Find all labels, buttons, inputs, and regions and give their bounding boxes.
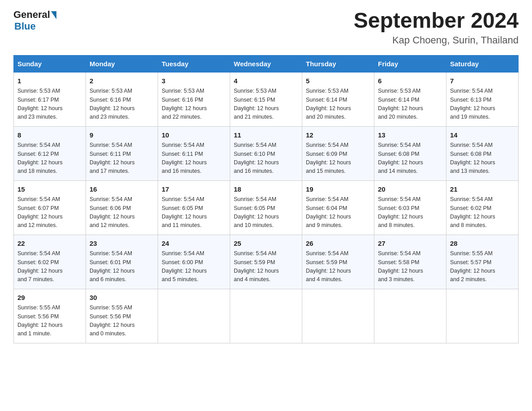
day-number: 4 [234, 76, 298, 86]
calendar-table: SundayMondayTuesdayWednesdayThursdayFrid… [13, 55, 519, 343]
day-number: 3 [162, 76, 226, 86]
day-info: Sunrise: 5:54 AMSunset: 6:03 PMDaylight:… [378, 195, 442, 230]
calendar-cell: 9Sunrise: 5:54 AMSunset: 6:11 PMDaylight… [86, 126, 158, 180]
day-info: Sunrise: 5:54 AMSunset: 6:12 PMDaylight:… [17, 141, 82, 176]
day-number: 14 [450, 130, 515, 141]
calendar-cell [374, 289, 446, 343]
calendar-cell: 28Sunrise: 5:55 AMSunset: 5:57 PMDayligh… [446, 235, 519, 289]
day-info: Sunrise: 5:55 AMSunset: 5:57 PMDaylight:… [450, 249, 515, 284]
day-info: Sunrise: 5:53 AMSunset: 6:16 PMDaylight:… [162, 87, 226, 122]
day-info: Sunrise: 5:53 AMSunset: 6:16 PMDaylight:… [90, 87, 154, 122]
calendar-cell: 21Sunrise: 5:54 AMSunset: 6:02 PMDayligh… [446, 180, 519, 235]
day-info: Sunrise: 5:54 AMSunset: 6:05 PMDaylight:… [162, 195, 226, 230]
day-number: 28 [450, 239, 515, 249]
day-info: Sunrise: 5:54 AMSunset: 5:59 PMDaylight:… [306, 249, 370, 284]
calendar-cell: 24Sunrise: 5:54 AMSunset: 6:00 PMDayligh… [158, 235, 230, 289]
calendar-cell: 17Sunrise: 5:54 AMSunset: 6:05 PMDayligh… [158, 180, 230, 235]
calendar-week-4: 22Sunrise: 5:54 AMSunset: 6:02 PMDayligh… [14, 235, 519, 289]
calendar-cell: 15Sunrise: 5:54 AMSunset: 6:07 PMDayligh… [14, 180, 86, 235]
day-info: Sunrise: 5:54 AMSunset: 5:58 PMDaylight:… [378, 249, 442, 284]
day-info: Sunrise: 5:54 AMSunset: 6:11 PMDaylight:… [90, 141, 154, 176]
calendar-cell: 4Sunrise: 5:53 AMSunset: 6:15 PMDaylight… [230, 72, 302, 126]
day-number: 12 [306, 130, 370, 141]
calendar-cell: 10Sunrise: 5:54 AMSunset: 6:11 PMDayligh… [158, 126, 230, 180]
day-number: 29 [17, 293, 82, 303]
calendar-cell: 5Sunrise: 5:53 AMSunset: 6:14 PMDaylight… [302, 72, 374, 126]
day-number: 27 [378, 239, 442, 249]
day-info: Sunrise: 5:54 AMSunset: 6:08 PMDaylight:… [378, 141, 442, 176]
day-info: Sunrise: 5:54 AMSunset: 6:01 PMDaylight:… [90, 249, 154, 284]
weekday-header-row: SundayMondayTuesdayWednesdayThursdayFrid… [14, 55, 519, 72]
title-area: September 2024 Kap Choeng, Surin, Thaila… [354, 9, 519, 46]
calendar-week-3: 15Sunrise: 5:54 AMSunset: 6:07 PMDayligh… [14, 180, 519, 235]
calendar-cell: 6Sunrise: 5:53 AMSunset: 6:14 PMDaylight… [374, 72, 446, 126]
day-number: 1 [17, 76, 82, 86]
weekday-header-wednesday: Wednesday [230, 55, 302, 72]
calendar-cell: 13Sunrise: 5:54 AMSunset: 6:08 PMDayligh… [374, 126, 446, 180]
day-number: 17 [162, 184, 226, 195]
calendar-cell: 23Sunrise: 5:54 AMSunset: 6:01 PMDayligh… [86, 235, 158, 289]
calendar-week-5: 29Sunrise: 5:55 AMSunset: 5:56 PMDayligh… [14, 289, 519, 343]
day-number: 7 [450, 76, 515, 86]
calendar-cell: 27Sunrise: 5:54 AMSunset: 5:58 PMDayligh… [374, 235, 446, 289]
day-number: 26 [306, 239, 370, 249]
page-header: General Blue September 2024 Kap Choeng, … [13, 9, 519, 46]
calendar-cell: 14Sunrise: 5:54 AMSunset: 6:08 PMDayligh… [446, 126, 519, 180]
day-info: Sunrise: 5:54 AMSunset: 6:07 PMDaylight:… [17, 195, 82, 230]
day-number: 9 [90, 130, 154, 141]
calendar-cell: 1Sunrise: 5:53 AMSunset: 6:17 PMDaylight… [14, 72, 86, 126]
logo-blue-text: Blue [14, 21, 36, 32]
day-info: Sunrise: 5:55 AMSunset: 5:56 PMDaylight:… [17, 304, 82, 338]
day-info: Sunrise: 5:54 AMSunset: 6:04 PMDaylight:… [306, 195, 370, 230]
calendar-cell: 25Sunrise: 5:54 AMSunset: 5:59 PMDayligh… [230, 235, 302, 289]
day-info: Sunrise: 5:53 AMSunset: 6:17 PMDaylight:… [17, 87, 82, 122]
calendar-cell [158, 289, 230, 343]
day-info: Sunrise: 5:54 AMSunset: 6:08 PMDaylight:… [450, 141, 515, 176]
calendar-cell: 7Sunrise: 5:54 AMSunset: 6:13 PMDaylight… [446, 72, 519, 126]
calendar-cell: 19Sunrise: 5:54 AMSunset: 6:04 PMDayligh… [302, 180, 374, 235]
weekday-header-friday: Friday [374, 55, 446, 72]
day-info: Sunrise: 5:54 AMSunset: 6:09 PMDaylight:… [306, 141, 370, 176]
day-number: 20 [378, 184, 442, 195]
calendar-cell: 18Sunrise: 5:54 AMSunset: 6:05 PMDayligh… [230, 180, 302, 235]
day-number: 18 [234, 184, 298, 195]
day-info: Sunrise: 5:53 AMSunset: 6:14 PMDaylight:… [378, 87, 442, 122]
calendar-cell: 3Sunrise: 5:53 AMSunset: 6:16 PMDaylight… [158, 72, 230, 126]
day-number: 24 [162, 239, 226, 249]
day-info: Sunrise: 5:54 AMSunset: 6:06 PMDaylight:… [90, 195, 154, 230]
calendar-cell: 12Sunrise: 5:54 AMSunset: 6:09 PMDayligh… [302, 126, 374, 180]
day-number: 22 [17, 239, 82, 249]
day-number: 2 [90, 76, 154, 86]
weekday-header-saturday: Saturday [446, 55, 519, 72]
day-info: Sunrise: 5:55 AMSunset: 5:56 PMDaylight:… [90, 304, 154, 338]
calendar-cell: 22Sunrise: 5:54 AMSunset: 6:02 PMDayligh… [14, 235, 86, 289]
weekday-header-tuesday: Tuesday [158, 55, 230, 72]
day-info: Sunrise: 5:54 AMSunset: 6:02 PMDaylight:… [450, 195, 515, 230]
calendar-cell: 26Sunrise: 5:54 AMSunset: 5:59 PMDayligh… [302, 235, 374, 289]
calendar-cell: 8Sunrise: 5:54 AMSunset: 6:12 PMDaylight… [14, 126, 86, 180]
day-number: 11 [234, 130, 298, 141]
day-number: 30 [90, 293, 154, 303]
weekday-header-thursday: Thursday [302, 55, 374, 72]
day-info: Sunrise: 5:54 AMSunset: 6:10 PMDaylight:… [234, 141, 298, 176]
day-info: Sunrise: 5:54 AMSunset: 6:00 PMDaylight:… [162, 249, 226, 284]
day-info: Sunrise: 5:54 AMSunset: 6:13 PMDaylight:… [450, 87, 515, 122]
calendar-cell: 29Sunrise: 5:55 AMSunset: 5:56 PMDayligh… [14, 289, 86, 343]
calendar-cell: 30Sunrise: 5:55 AMSunset: 5:56 PMDayligh… [86, 289, 158, 343]
day-number: 23 [90, 239, 154, 249]
calendar-cell [446, 289, 519, 343]
logo-arrow-icon [51, 11, 56, 19]
day-number: 8 [17, 130, 82, 141]
calendar-week-2: 8Sunrise: 5:54 AMSunset: 6:12 PMDaylight… [14, 126, 519, 180]
day-info: Sunrise: 5:53 AMSunset: 6:15 PMDaylight:… [234, 87, 298, 122]
day-number: 16 [90, 184, 154, 195]
calendar-cell: 16Sunrise: 5:54 AMSunset: 6:06 PMDayligh… [86, 180, 158, 235]
calendar-cell [230, 289, 302, 343]
calendar-cell [302, 289, 374, 343]
day-number: 10 [162, 130, 226, 141]
day-number: 5 [306, 76, 370, 86]
day-number: 15 [17, 184, 82, 195]
weekday-header-monday: Monday [86, 55, 158, 72]
day-number: 25 [234, 239, 298, 249]
calendar-subtitle: Kap Choeng, Surin, Thailand [354, 34, 519, 46]
